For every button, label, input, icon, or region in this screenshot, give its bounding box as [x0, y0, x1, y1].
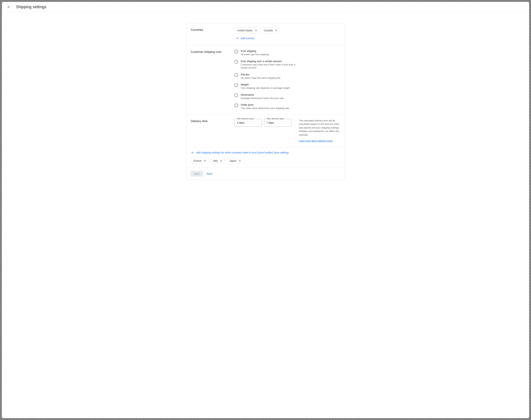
remove-country-icon[interactable]: [220, 159, 223, 163]
radio-flat-fee[interactable]: Flat fee All orders have the same shippi…: [234, 73, 296, 80]
radio-dimensions[interactable]: Dimensions Package dimensions factor int…: [234, 93, 296, 100]
remove-country-icon[interactable]: [203, 159, 207, 163]
remove-country-icon[interactable]: [254, 29, 258, 32]
radio-icon: [234, 93, 238, 97]
radio-free-shipping[interactable]: Free shipping All orders get free shippi…: [234, 50, 296, 56]
shipping-settings-modal: Shipping settings Countries United State…: [2, 2, 529, 418]
page-title: Shipping settings: [16, 5, 46, 9]
min-delivery-input[interactable]: [234, 119, 262, 126]
radio-order-price[interactable]: Order price The order value determines y…: [234, 103, 296, 110]
delivery-help-text-block: The estimated delivery time will be calc…: [295, 119, 340, 143]
radio-icon: [234, 50, 238, 53]
learn-more-delivery-link[interactable]: Learn more about delivery times: [299, 139, 333, 143]
country-chip[interactable]: Canada: [261, 28, 280, 33]
radio-title: Dimensions: [241, 93, 284, 96]
content-area: Countries United States Canada: [2, 12, 529, 184]
delivery-time-section: Delivery time Min delivery days Max deli…: [186, 115, 345, 147]
radio-weight[interactable]: Weight Your shipping rate depends on pac…: [234, 83, 296, 90]
radio-icon: [234, 104, 238, 107]
radio-desc: All orders get free shipping: [241, 53, 269, 56]
add-other-countries-button[interactable]: Add shipping settings for other countrie…: [191, 151, 289, 154]
delivery-time-label: Delivery time: [191, 119, 234, 143]
remove-country-icon[interactable]: [238, 159, 242, 163]
other-country-chip[interactable]: Japan: [227, 158, 243, 164]
add-country-label: Add country: [241, 37, 254, 40]
other-country-chip-label: Italy: [213, 159, 218, 162]
plus-icon: [191, 151, 194, 154]
country-chip-label: Canada: [264, 29, 273, 32]
max-delivery-float-label: Max delivery days: [266, 117, 285, 120]
other-country-chip-label: France: [194, 159, 201, 162]
back-button[interactable]: Back: [207, 172, 212, 175]
radio-icon: [234, 73, 238, 77]
delivery-help-text: The estimated delivery time will be calc…: [299, 119, 340, 137]
radio-title: Weight: [241, 83, 290, 86]
radio-icon: [234, 83, 238, 87]
close-icon[interactable]: [6, 5, 11, 9]
radio-title: Order price: [241, 103, 289, 106]
window-frame: Shipping settings Countries United State…: [0, 0, 531, 420]
remove-country-icon[interactable]: [275, 29, 278, 32]
countries-chip-row: United States Canada: [234, 28, 340, 33]
add-country-button[interactable]: Add country: [234, 36, 256, 41]
max-delivery-input[interactable]: [264, 119, 291, 126]
other-country-chip[interactable]: Italy: [211, 158, 225, 164]
radio-desc: Your shipping rate depends on package we…: [241, 86, 290, 90]
other-countries-section: Add shipping settings for other countrie…: [186, 147, 345, 167]
plus-icon: [236, 37, 239, 40]
card-footer: Save Back: [186, 167, 345, 180]
radio-desc: All orders have the same shipping fee: [241, 76, 280, 80]
modal-header: Shipping settings: [2, 2, 529, 12]
shipping-cost-label: Customer shipping cost: [191, 50, 234, 110]
max-delivery-field: Max delivery days: [264, 119, 291, 126]
settings-card: Countries United States Canada: [186, 23, 345, 180]
radio-title: Flat fee: [241, 73, 280, 76]
radio-title: Free shipping: [241, 50, 269, 53]
save-button[interactable]: Save: [191, 171, 203, 177]
radio-desc: Package dimensions factor into your rate: [241, 97, 284, 100]
radio-title: Free shipping over a certain amount: [241, 60, 296, 63]
country-chip-label: United States: [237, 29, 253, 32]
add-other-countries-label: Add shipping settings for other countrie…: [196, 151, 289, 154]
other-country-chip-label: Japan: [229, 159, 236, 162]
shipping-cost-radio-group: Free shipping All orders get free shippi…: [234, 50, 296, 110]
country-chip[interactable]: United States: [234, 28, 260, 33]
shipping-cost-section: Customer shipping cost Free shipping All…: [186, 45, 345, 115]
other-countries-chip-row: France Italy Japan: [191, 158, 340, 164]
min-delivery-field: Min delivery days: [234, 119, 262, 126]
radio-free-over-amount[interactable]: Free shipping over a certain amount Cust…: [234, 60, 296, 69]
radio-desc: Customers pay a fee only if their order …: [241, 63, 296, 69]
min-delivery-float-label: Min delivery days: [236, 117, 255, 120]
radio-icon: [234, 60, 238, 64]
countries-section: Countries United States Canada: [186, 23, 345, 45]
countries-label: Countries: [191, 28, 234, 41]
radio-desc: The order value determines your shipping…: [241, 107, 289, 110]
other-country-chip[interactable]: France: [191, 158, 209, 164]
